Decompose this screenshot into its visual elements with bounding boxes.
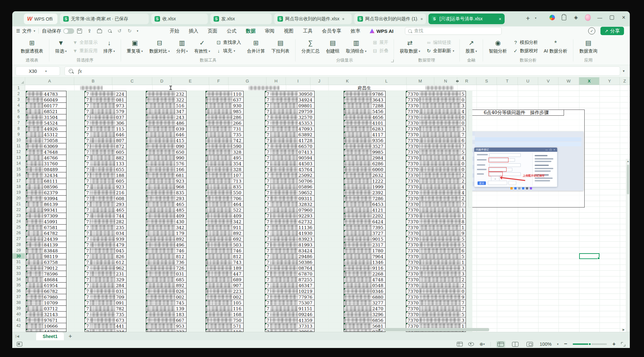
row-header-5[interactable]: 5 [12,108,25,114]
zoom-slider-knob[interactable] [588,343,591,346]
row-header-22[interactable]: 22 [12,207,25,213]
tab-数据[interactable]: 数据 [246,27,256,35]
sheet-grid[interactable]: 1234567891011121314151617181920212223242… [12,85,630,332]
save-icon[interactable] [77,28,82,34]
row-header-42[interactable]: 42 [12,323,25,329]
tab-开始[interactable]: 开始 [169,27,180,35]
normal-view-button[interactable] [496,341,505,348]
selected-cell-x30[interactable] [579,253,599,259]
row-header-20[interactable]: 20 [12,195,25,201]
row-header-38[interactable]: 38 [12,300,25,305]
page-layout-view-button[interactable] [511,341,520,348]
row-header-24[interactable]: 24 [12,218,25,224]
数据校对-button[interactable]: ✓数据校对 [513,48,538,54]
排序-button[interactable]: ↓排序▾ [101,38,118,55]
theme-palette-icon[interactable] [549,14,555,20]
column-header-A[interactable]: A [25,77,74,85]
获取数据-button[interactable]: ⇄获取数据▾ [397,38,423,55]
tab-效率[interactable]: 效率 [350,27,361,35]
创建组-button[interactable]: ▤创建组 [323,38,342,55]
tab-6[interactable]: S网点导出收到的问题件 (1).xlsx [354,14,426,24]
group-expand-icon[interactable] [391,60,394,62]
zoom-level[interactable]: 100% [540,342,552,347]
row-header-40[interactable]: 40 [12,311,25,317]
row-header-26[interactable]: 26 [12,230,25,236]
tab-1[interactable]: WWPS Offi [24,14,57,24]
下拉列表-button[interactable]: ▤下拉列表 [269,38,292,55]
row-header-31[interactable]: 31 [12,259,25,265]
row-header-3[interactable]: 3 [12,97,25,102]
合并计算-button[interactable]: ⊞合并计算 [244,38,267,55]
全部刷新-button[interactable]: ↻全部刷新▾ [426,48,454,54]
new-tab-button[interactable]: + [526,14,530,22]
row-header-12[interactable]: 12 [12,149,25,155]
column-header-U[interactable]: U [518,77,538,85]
row-header-19[interactable]: 19 [12,189,25,195]
status-check-icon[interactable]: ✓ [588,27,595,34]
row-header-27[interactable]: 27 [12,236,25,242]
分类汇总-button[interactable]: ∑分类汇总 [299,38,322,55]
row-header-13[interactable]: 13 [12,155,25,160]
column-header-S[interactable]: S [477,77,497,85]
row-header-30[interactable]: 30 [12,253,25,259]
print-preview-icon[interactable] [107,28,112,34]
quick-actions-dropdown-icon[interactable]: ▾ [137,29,138,33]
column-header-D[interactable]: D [152,77,172,85]
horizontal-scroll-thumb[interactable] [384,328,489,331]
tab-审阅[interactable]: 审阅 [265,27,275,35]
row-header-8[interactable]: 8 [12,126,25,131]
avatar[interactable] [585,14,591,20]
填充-button[interactable]: ↓填充▾ [216,48,241,54]
column-header-H[interactable]: H [267,77,286,85]
visibility-eye-icon[interactable] [468,342,474,346]
horizontal-scrollbar[interactable]: ◀ ▶ [377,327,626,332]
row-header-21[interactable]: 21 [12,201,25,207]
vertical-scrollbar[interactable]: ▲ ▼ [626,159,630,332]
wps-ai-button[interactable]: WPS AI [370,28,394,34]
股票-button[interactable]: ↗股票▾ [463,38,480,55]
zoom-out-button[interactable]: − [564,341,567,347]
share-button[interactable]: ↗ 分享 [600,27,624,35]
export-icon[interactable]: ⇪ [87,28,92,34]
取消组合-button[interactable]: ▥取消组合▾ [343,38,369,55]
row-header-23[interactable]: 23 [12,213,25,218]
row-header-10[interactable]: 10 [12,137,25,143]
column-header-W[interactable]: W [558,77,579,85]
tab-7[interactable]: S[只读]运单号清单.xlsx× [428,14,505,24]
row-header-1[interactable]: 1 [12,85,25,91]
minimize-button[interactable]: — [597,14,603,20]
编辑链接-button[interactable]: ∞编辑链接 [426,40,454,45]
zoom-in-button[interactable]: + [612,341,616,347]
clipboard-icon[interactable] [561,14,567,20]
row-header-15[interactable]: 15 [12,166,25,172]
column-header-I[interactable]: I [286,77,310,85]
select-all-corner[interactable] [12,77,25,85]
row-header-18[interactable]: 18 [12,184,25,189]
search-input[interactable]: 查找 [405,27,502,35]
数据对比-button[interactable]: ⊟数据对比▾ [147,38,173,55]
scroll-up-icon[interactable]: ▲ [626,160,630,163]
column-header-G[interactable]: G [228,77,267,85]
redo-icon[interactable]: ↻ [127,28,132,34]
column-header-M[interactable]: M [407,77,434,85]
row-header-32[interactable]: 32 [12,265,25,271]
column-header-K[interactable]: K [328,77,367,85]
column-header-E[interactable]: E [172,77,209,85]
折叠-button[interactable]: ⊟折叠 [372,48,388,54]
close-button[interactable]: × [621,14,627,20]
page-break-view-button[interactable] [525,341,534,348]
tab-公式[interactable]: 公式 [226,27,237,35]
分列-button[interactable]: ▥分列▾ [174,38,190,55]
筛选-button[interactable]: ▼筛选▾ [53,38,69,55]
row-header-41[interactable]: 41 [12,317,25,323]
scroll-right-icon[interactable]: ▶ [621,328,626,331]
智能分析-button[interactable]: ◉智能分析 [486,38,509,55]
展开-button[interactable]: ⊞展开 [372,40,388,45]
add-sheet-button[interactable]: + [68,333,72,340]
expand-formula-bar-icon[interactable]: ▾ [620,69,627,73]
name-box[interactable]: X30 ▾ [15,66,60,76]
column-header-J[interactable]: J [310,77,328,85]
tab-会员专享[interactable]: 会员专享 [322,27,342,35]
column-header-R[interactable]: R [457,77,477,85]
数据透视表-button[interactable]: ⊞数据透视表 [18,38,46,55]
